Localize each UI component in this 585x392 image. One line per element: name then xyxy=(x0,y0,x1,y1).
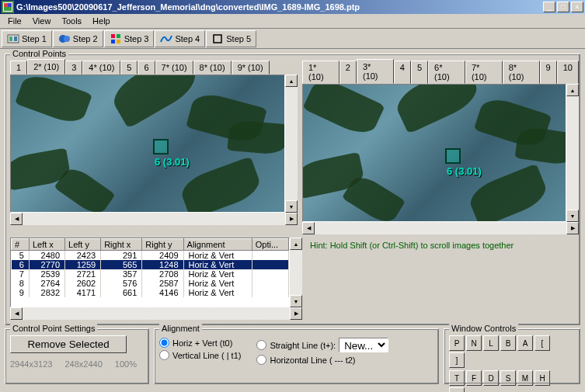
image-tab[interactable]: 10 xyxy=(557,61,579,84)
left-tabs: 12* (10)34* (10)567* (10)8* (10)9* (10) xyxy=(10,61,298,75)
step2-button[interactable]: Step 2 xyxy=(53,30,103,47)
window-control-button[interactable]: M xyxy=(517,370,533,386)
radio-horiz-vert[interactable]: Horiz + Vert (t0) xyxy=(159,338,241,348)
table-row[interactable]: 8276426025762587Horiz & Vert xyxy=(12,279,289,288)
svg-rect-4 xyxy=(4,7,12,11)
svg-rect-6 xyxy=(9,36,12,41)
column-header[interactable]: Left y xyxy=(65,239,101,251)
window-controls-group: Window Controls PNLBA[] TFDSMH? xyxy=(444,328,580,384)
control-points-title: Control Points xyxy=(10,49,68,58)
image-tab[interactable]: 6 xyxy=(138,61,155,75)
window-title: G:\Images500\20090617_Jefferson_Memorial… xyxy=(16,2,543,12)
table-hscroll[interactable]: ◀▶ xyxy=(10,307,302,320)
remove-selected-button[interactable]: Remove Selected xyxy=(10,335,127,353)
column-header[interactable]: Opti... xyxy=(252,239,288,251)
image-tab[interactable]: 8* (10) xyxy=(503,61,540,84)
window-control-button[interactable]: D xyxy=(483,370,499,386)
image-tab[interactable]: 1* (10) xyxy=(302,61,340,84)
image-tab[interactable]: 2* (10) xyxy=(27,59,65,75)
close-button[interactable]: × xyxy=(571,2,583,12)
cp-settings-group: Control Point Settings Remove Selected 2… xyxy=(5,328,149,384)
toolbar: Step 1 Step 2 Step 3 Step 4 Step 5 xyxy=(0,29,585,49)
column-header[interactable]: Right x xyxy=(101,239,142,251)
cp-settings-title: Control Point Settings xyxy=(10,324,97,333)
window-control-button[interactable]: ] xyxy=(449,352,465,368)
image-tab[interactable]: 4* (10) xyxy=(82,61,120,75)
table-row[interactable]: 9283241716614146Horiz & Vert xyxy=(12,288,289,297)
radio-straight-line[interactable]: Straight Line (t+): New... xyxy=(256,338,388,352)
step1-label: Step 1 xyxy=(22,34,47,43)
title-bar: G:\Images500\20090617_Jefferson_Memorial… xyxy=(0,0,585,14)
right-vscroll[interactable]: ▲▼ xyxy=(566,84,579,222)
control-points-group: Control Points 12* (10)34* (10)567* (10)… xyxy=(5,54,580,325)
window-control-button[interactable]: L xyxy=(483,335,499,351)
radio-vertical-line[interactable]: Vertical Line ( | t1) xyxy=(159,350,241,360)
menu-file[interactable]: File xyxy=(3,15,26,27)
control-points-table[interactable]: #Left xLeft yRight xRight yAlignmentOpti… xyxy=(10,238,290,307)
window-control-button[interactable]: T xyxy=(449,370,465,386)
window-control-button[interactable]: P xyxy=(449,335,465,351)
step4-button[interactable]: Step 4 xyxy=(155,30,205,47)
left-hscroll[interactable]: ◀▶ xyxy=(10,213,298,225)
step4-label: Step 4 xyxy=(175,34,200,43)
window-control-button[interactable]: N xyxy=(466,335,482,351)
image-tab[interactable]: 8* (10) xyxy=(193,61,232,75)
control-point-marker[interactable] xyxy=(445,148,461,164)
column-header[interactable]: Right y xyxy=(142,239,183,251)
right-hscroll[interactable]: ◀▶ xyxy=(302,222,579,234)
window-control-button[interactable]: B xyxy=(500,335,516,351)
control-point-marker[interactable] xyxy=(153,139,169,154)
image-tab[interactable]: 5 xyxy=(411,61,428,84)
window-control-button[interactable]: S xyxy=(500,370,516,386)
column-header[interactable]: # xyxy=(12,239,30,251)
image-tab[interactable]: 9 xyxy=(540,61,557,84)
image-tab[interactable]: 6* (10) xyxy=(428,61,465,84)
window-control-button[interactable]: A xyxy=(517,335,533,351)
image-tab[interactable]: 9* (10) xyxy=(232,61,270,75)
step5-label: Step 5 xyxy=(226,34,251,43)
column-header[interactable]: Alignment xyxy=(183,239,252,251)
control-point-label: 6 (3.01) xyxy=(447,165,482,177)
step3-label: Step 3 xyxy=(124,34,149,43)
table-row[interactable]: 6277012595651248Horiz & Vert xyxy=(12,260,289,269)
image-tab[interactable]: 1 xyxy=(10,61,27,75)
window-control-button[interactable]: [ xyxy=(535,335,550,351)
alignment-group: Alignment Horiz + Vert (t0) Vertical Lin… xyxy=(154,328,439,384)
window-control-button[interactable]: H xyxy=(535,370,550,386)
menu-help[interactable]: Help xyxy=(88,15,115,27)
svg-rect-7 xyxy=(14,36,17,41)
table-row[interactable]: 7253927213572708Horiz & Vert xyxy=(12,269,289,279)
menu-tools[interactable]: Tools xyxy=(57,15,86,27)
step3-button[interactable]: Step 3 xyxy=(104,30,155,47)
image-tab[interactable]: 5 xyxy=(120,61,138,75)
image-tab[interactable]: 7* (10) xyxy=(155,61,193,75)
image-tab[interactable]: 3* (10) xyxy=(357,59,394,84)
step5-button[interactable]: Step 5 xyxy=(206,30,256,47)
image-tab[interactable]: 7* (10) xyxy=(465,61,503,84)
image-tab[interactable]: 3 xyxy=(65,61,82,75)
right-dimensions: 248x2440 xyxy=(64,359,102,369)
window-control-button[interactable]: F xyxy=(466,370,482,386)
step1-button[interactable]: Step 1 xyxy=(2,30,52,47)
right-image-viewport[interactable]: 6 (3.01) xyxy=(302,84,566,222)
svg-point-9 xyxy=(64,36,70,42)
app-icon xyxy=(2,1,14,13)
image-tab[interactable]: 2 xyxy=(340,61,357,84)
radio-horizontal-line[interactable]: Horizontal Line ( --- t2) xyxy=(256,355,388,365)
left-dimensions: 2944x3123 xyxy=(10,359,52,369)
image-tab[interactable]: 4 xyxy=(394,61,411,84)
window-control-button[interactable]: ? xyxy=(449,387,465,392)
table-row[interactable]: 5248024232912409Horiz & Vert xyxy=(12,251,289,261)
table-vscroll[interactable]: ▲▼ xyxy=(290,238,302,307)
right-tabs: 1* (10)23* (10)456* (10)7* (10)8* (10)91… xyxy=(302,61,579,84)
hint-text: Hint: Hold Shift (or Ctrl-Shift) to scro… xyxy=(308,238,515,307)
column-header[interactable]: Left x xyxy=(29,239,64,251)
minimize-button[interactable]: _ xyxy=(543,2,555,12)
left-vscroll[interactable]: ▲▼ xyxy=(285,75,298,213)
straight-line-select[interactable]: New... xyxy=(339,338,388,352)
menu-view[interactable]: View xyxy=(28,15,56,27)
left-image-viewport[interactable]: 6 (3.01) xyxy=(10,75,285,213)
svg-rect-12 xyxy=(111,40,115,43)
maximize-button[interactable]: □ xyxy=(557,2,569,12)
svg-rect-14 xyxy=(214,35,221,43)
